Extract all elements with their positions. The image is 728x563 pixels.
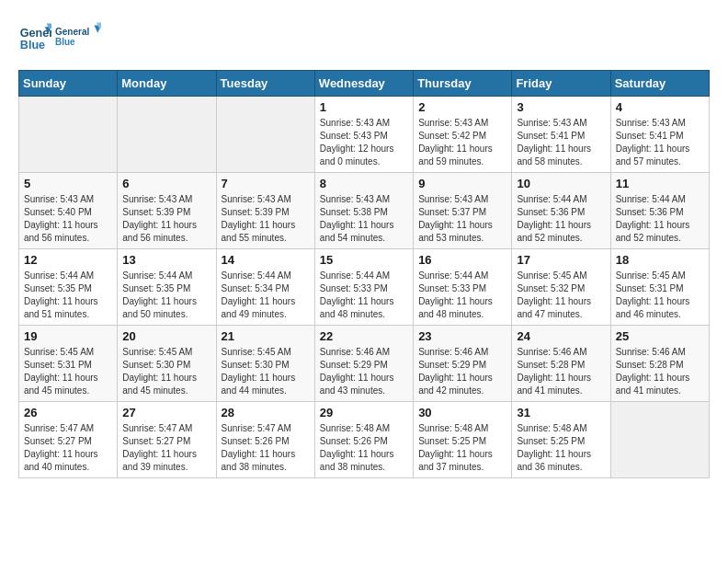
day-header-wednesday: Wednesday xyxy=(314,71,413,97)
day-info: Sunrise: 5:43 AM Sunset: 5:39 PM Dayligh… xyxy=(222,193,310,245)
calendar-cell: 3Sunrise: 5:43 AM Sunset: 5:41 PM Daylig… xyxy=(512,97,610,173)
calendar-cell: 17Sunrise: 5:45 AM Sunset: 5:32 PM Dayli… xyxy=(512,249,610,326)
day-info: Sunrise: 5:44 AM Sunset: 5:33 PM Dayligh… xyxy=(320,270,408,321)
day-header-friday: Friday xyxy=(512,71,610,97)
calendar-cell: 24Sunrise: 5:46 AM Sunset: 5:28 PM Dayli… xyxy=(512,326,610,402)
day-info: Sunrise: 5:47 AM Sunset: 5:26 PM Dayligh… xyxy=(222,422,310,474)
day-info: Sunrise: 5:47 AM Sunset: 5:27 PM Dayligh… xyxy=(122,422,210,474)
day-number: 26 xyxy=(24,406,112,419)
day-number: 13 xyxy=(122,253,210,267)
day-info: Sunrise: 5:48 AM Sunset: 5:25 PM Dayligh… xyxy=(418,422,506,474)
calendar-cell: 4Sunrise: 5:43 AM Sunset: 5:41 PM Daylig… xyxy=(610,97,709,173)
day-info: Sunrise: 5:43 AM Sunset: 5:38 PM Dayligh… xyxy=(320,193,408,245)
day-info: Sunrise: 5:45 AM Sunset: 5:32 PM Dayligh… xyxy=(517,270,605,321)
calendar-cell xyxy=(118,97,216,173)
day-info: Sunrise: 5:43 AM Sunset: 5:41 PM Dayligh… xyxy=(616,117,704,168)
calendar-body: 1Sunrise: 5:43 AM Sunset: 5:43 PM Daylig… xyxy=(19,97,710,478)
day-number: 1 xyxy=(320,100,408,114)
day-number: 24 xyxy=(517,329,605,343)
day-number: 16 xyxy=(418,253,506,267)
day-info: Sunrise: 5:43 AM Sunset: 5:42 PM Dayligh… xyxy=(418,117,506,168)
day-info: Sunrise: 5:46 AM Sunset: 5:29 PM Dayligh… xyxy=(320,346,408,397)
calendar-cell: 8Sunrise: 5:43 AM Sunset: 5:38 PM Daylig… xyxy=(314,173,413,249)
day-number: 19 xyxy=(24,329,112,343)
calendar-cell xyxy=(610,402,709,478)
day-number: 12 xyxy=(24,253,112,267)
calendar-cell: 12Sunrise: 5:44 AM Sunset: 5:35 PM Dayli… xyxy=(19,249,118,326)
day-info: Sunrise: 5:44 AM Sunset: 5:35 PM Dayligh… xyxy=(122,270,210,321)
day-number: 28 xyxy=(222,406,310,419)
calendar-header: SundayMondayTuesdayWednesdayThursdayFrid… xyxy=(19,71,710,97)
day-number: 6 xyxy=(122,177,210,190)
calendar-cell: 7Sunrise: 5:43 AM Sunset: 5:39 PM Daylig… xyxy=(216,173,314,249)
day-header-tuesday: Tuesday xyxy=(216,71,314,97)
day-number: 10 xyxy=(517,177,605,190)
day-info: Sunrise: 5:43 AM Sunset: 5:37 PM Dayligh… xyxy=(418,193,506,245)
day-number: 18 xyxy=(616,253,704,267)
calendar-week-3: 12Sunrise: 5:44 AM Sunset: 5:35 PM Dayli… xyxy=(19,249,710,326)
calendar-cell xyxy=(19,97,118,173)
day-number: 3 xyxy=(517,100,605,114)
day-number: 5 xyxy=(24,177,112,190)
day-header-thursday: Thursday xyxy=(414,71,512,97)
calendar-cell: 27Sunrise: 5:47 AM Sunset: 5:27 PM Dayli… xyxy=(118,402,216,478)
calendar-cell: 14Sunrise: 5:44 AM Sunset: 5:34 PM Dayli… xyxy=(216,249,314,326)
calendar-cell: 20Sunrise: 5:45 AM Sunset: 5:30 PM Dayli… xyxy=(118,326,216,402)
day-number: 15 xyxy=(320,253,408,267)
page-header: General Blue General Blue xyxy=(18,18,710,55)
day-info: Sunrise: 5:43 AM Sunset: 5:43 PM Dayligh… xyxy=(320,117,408,168)
day-number: 11 xyxy=(616,177,704,190)
day-number: 30 xyxy=(418,406,506,419)
day-number: 4 xyxy=(616,100,704,114)
calendar-table: SundayMondayTuesdayWednesdayThursdayFrid… xyxy=(18,70,710,478)
calendar-cell: 28Sunrise: 5:47 AM Sunset: 5:26 PM Dayli… xyxy=(216,402,314,478)
day-number: 27 xyxy=(122,406,210,419)
day-number: 20 xyxy=(122,329,210,343)
calendar-cell: 15Sunrise: 5:44 AM Sunset: 5:33 PM Dayli… xyxy=(314,249,413,326)
day-number: 9 xyxy=(418,177,506,190)
day-info: Sunrise: 5:44 AM Sunset: 5:35 PM Dayligh… xyxy=(24,270,112,321)
day-info: Sunrise: 5:45 AM Sunset: 5:30 PM Dayligh… xyxy=(122,346,210,397)
day-info: Sunrise: 5:44 AM Sunset: 5:36 PM Dayligh… xyxy=(517,193,605,245)
day-header-monday: Monday xyxy=(118,71,216,97)
calendar-cell: 25Sunrise: 5:46 AM Sunset: 5:28 PM Dayli… xyxy=(610,326,709,402)
day-number: 25 xyxy=(616,329,704,343)
day-number: 29 xyxy=(320,406,408,419)
calendar-cell: 2Sunrise: 5:43 AM Sunset: 5:42 PM Daylig… xyxy=(414,97,512,173)
calendar-cell: 21Sunrise: 5:45 AM Sunset: 5:30 PM Dayli… xyxy=(216,326,314,402)
day-info: Sunrise: 5:45 AM Sunset: 5:31 PM Dayligh… xyxy=(24,346,112,397)
calendar-cell: 19Sunrise: 5:45 AM Sunset: 5:31 PM Dayli… xyxy=(19,326,118,402)
day-info: Sunrise: 5:46 AM Sunset: 5:29 PM Dayligh… xyxy=(418,346,506,397)
day-header-saturday: Saturday xyxy=(610,71,709,97)
calendar-cell: 23Sunrise: 5:46 AM Sunset: 5:29 PM Dayli… xyxy=(414,326,512,402)
calendar-cell: 16Sunrise: 5:44 AM Sunset: 5:33 PM Dayli… xyxy=(414,249,512,326)
day-info: Sunrise: 5:46 AM Sunset: 5:28 PM Dayligh… xyxy=(616,346,704,397)
day-info: Sunrise: 5:48 AM Sunset: 5:26 PM Dayligh… xyxy=(320,422,408,474)
svg-text:General: General xyxy=(55,27,89,37)
day-info: Sunrise: 5:43 AM Sunset: 5:40 PM Dayligh… xyxy=(24,193,112,245)
day-number: 2 xyxy=(418,100,506,114)
day-info: Sunrise: 5:44 AM Sunset: 5:36 PM Dayligh… xyxy=(616,193,704,245)
day-number: 8 xyxy=(320,177,408,190)
day-info: Sunrise: 5:46 AM Sunset: 5:28 PM Dayligh… xyxy=(517,346,605,397)
day-header-sunday: Sunday xyxy=(19,71,118,97)
day-number: 17 xyxy=(517,253,605,267)
calendar-cell: 31Sunrise: 5:48 AM Sunset: 5:25 PM Dayli… xyxy=(512,402,610,478)
day-info: Sunrise: 5:48 AM Sunset: 5:25 PM Dayligh… xyxy=(517,422,605,474)
calendar-week-4: 19Sunrise: 5:45 AM Sunset: 5:31 PM Dayli… xyxy=(19,326,710,402)
calendar-cell: 5Sunrise: 5:43 AM Sunset: 5:40 PM Daylig… xyxy=(19,173,118,249)
calendar-cell: 11Sunrise: 5:44 AM Sunset: 5:36 PM Dayli… xyxy=(610,173,709,249)
day-info: Sunrise: 5:45 AM Sunset: 5:30 PM Dayligh… xyxy=(222,346,310,397)
calendar-week-5: 26Sunrise: 5:47 AM Sunset: 5:27 PM Dayli… xyxy=(19,402,710,478)
day-number: 23 xyxy=(418,329,506,343)
logo: General Blue General Blue xyxy=(18,18,101,55)
svg-text:Blue: Blue xyxy=(55,37,75,47)
calendar-week-2: 5Sunrise: 5:43 AM Sunset: 5:40 PM Daylig… xyxy=(19,173,710,249)
calendar-cell: 6Sunrise: 5:43 AM Sunset: 5:39 PM Daylig… xyxy=(118,173,216,249)
day-headers-row: SundayMondayTuesdayWednesdayThursdayFrid… xyxy=(19,71,710,97)
calendar-cell: 13Sunrise: 5:44 AM Sunset: 5:35 PM Dayli… xyxy=(118,249,216,326)
day-info: Sunrise: 5:45 AM Sunset: 5:31 PM Dayligh… xyxy=(616,270,704,321)
calendar-week-1: 1Sunrise: 5:43 AM Sunset: 5:43 PM Daylig… xyxy=(19,97,710,173)
day-info: Sunrise: 5:44 AM Sunset: 5:33 PM Dayligh… xyxy=(418,270,506,321)
logo-graphic: General Blue xyxy=(55,18,101,55)
